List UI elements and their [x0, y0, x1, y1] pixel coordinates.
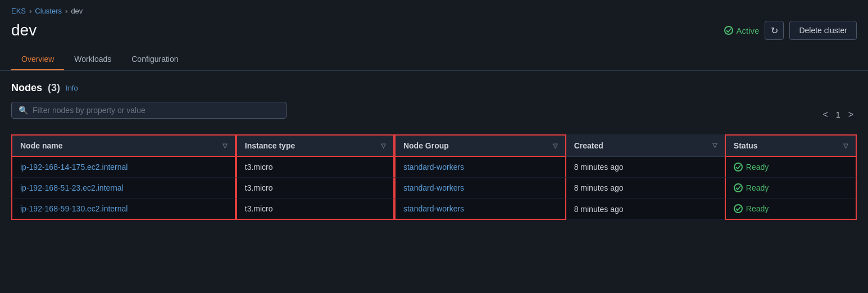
table-row: ip-192-168-59-130.ec2.internalt3.microst…	[11, 199, 857, 220]
status-label: Ready	[746, 204, 769, 213]
chevron-left-icon: <	[823, 110, 828, 119]
page-header: dev Active ↻ Delete cluster	[0, 19, 868, 49]
status-label: Ready	[746, 183, 769, 192]
nodes-section-header: Nodes (3) Info	[11, 82, 857, 94]
pagination: < 1 >	[820, 107, 857, 122]
node-group-link[interactable]: standard-workers	[403, 163, 464, 172]
nodes-table-wrapper: Node name ▽ Instance type ▽ Node Group	[11, 134, 857, 220]
created-cell: 8 minutes ago	[566, 199, 725, 220]
th-status: Status ▽	[725, 134, 857, 157]
tab-overview[interactable]: Overview	[11, 49, 64, 70]
status-label: Ready	[746, 163, 769, 172]
th-instance-type: Instance type ▽	[236, 134, 394, 157]
pagination-prev[interactable]: <	[820, 107, 831, 122]
header-actions: Active ↻ Delete cluster	[724, 21, 857, 40]
nodes-table: Node name ▽ Instance type ▽ Node Group	[11, 134, 857, 220]
tabs-bar: Overview Workloads Configuration	[0, 49, 868, 71]
node-group-link[interactable]: standard-workers	[403, 204, 464, 213]
node-group-link[interactable]: standard-workers	[403, 183, 464, 192]
main-content: Nodes (3) Info 🔍 < 1 >	[0, 71, 868, 231]
breadcrumb: EKS › Clusters › dev	[0, 0, 868, 19]
created-cell: 8 minutes ago	[566, 178, 725, 199]
ready-icon	[734, 163, 743, 172]
sort-icon-node-name[interactable]: ▽	[222, 142, 227, 150]
pagination-next[interactable]: >	[845, 107, 857, 122]
node-name-link[interactable]: ip-192-168-51-23.ec2.internal	[20, 183, 124, 192]
node-name-link[interactable]: ip-192-168-59-130.ec2.internal	[20, 204, 128, 213]
search-input[interactable]	[33, 106, 279, 115]
breadcrumb-sep-1: ›	[29, 7, 31, 15]
sort-icon-instance-type[interactable]: ▽	[381, 142, 385, 150]
instance-type-cell: t3.micro	[236, 157, 394, 178]
status-label: Active	[737, 26, 760, 35]
tab-workloads[interactable]: Workloads	[64, 49, 121, 70]
refresh-button[interactable]: ↻	[765, 21, 784, 40]
nodes-info-link[interactable]: Info	[66, 84, 78, 92]
ready-icon	[734, 204, 743, 213]
th-created: Created ▽	[566, 134, 725, 157]
table-row: ip-192-168-14-175.ec2.internalt3.microst…	[11, 157, 857, 178]
th-node-name: Node name ▽	[11, 134, 236, 157]
chevron-right-icon: >	[848, 110, 853, 119]
created-cell: 8 minutes ago	[566, 157, 725, 178]
th-node-group: Node Group ▽	[394, 134, 566, 157]
instance-type-cell: t3.micro	[236, 178, 394, 199]
search-bar[interactable]: 🔍	[11, 102, 287, 119]
status-cell: Ready	[725, 157, 857, 178]
status-check-icon	[724, 26, 733, 35]
page-number: 1	[836, 110, 840, 119]
nodes-title: Nodes	[11, 82, 42, 94]
instance-type-cell: t3.micro	[236, 199, 394, 220]
sort-icon-status[interactable]: ▽	[843, 142, 848, 150]
table-head: Node name ▽ Instance type ▽ Node Group	[11, 134, 857, 157]
search-icon: 🔍	[19, 106, 28, 115]
ready-icon	[734, 183, 743, 192]
cluster-status: Active	[724, 26, 760, 35]
nodes-count: (3)	[48, 82, 60, 94]
breadcrumb-eks-link[interactable]: EKS	[11, 7, 26, 15]
breadcrumb-sep-2: ›	[65, 7, 67, 15]
search-pagination-row: 🔍 < 1 >	[11, 102, 857, 128]
table-row: ip-192-168-51-23.ec2.internalt3.microsta…	[11, 178, 857, 199]
delete-cluster-button[interactable]: Delete cluster	[789, 21, 857, 40]
status-cell: Ready	[725, 199, 857, 220]
status-cell: Ready	[725, 178, 857, 199]
table-body: ip-192-168-14-175.ec2.internalt3.microst…	[11, 157, 857, 220]
refresh-icon: ↻	[771, 25, 778, 36]
page-title: dev	[11, 21, 37, 39]
sort-icon-created[interactable]: ▽	[712, 142, 717, 149]
tab-configuration[interactable]: Configuration	[121, 49, 188, 70]
node-name-link[interactable]: ip-192-168-14-175.ec2.internal	[20, 163, 128, 172]
breadcrumb-clusters-link[interactable]: Clusters	[35, 7, 62, 15]
breadcrumb-current: dev	[71, 7, 83, 15]
sort-icon-node-group[interactable]: ▽	[553, 142, 557, 150]
